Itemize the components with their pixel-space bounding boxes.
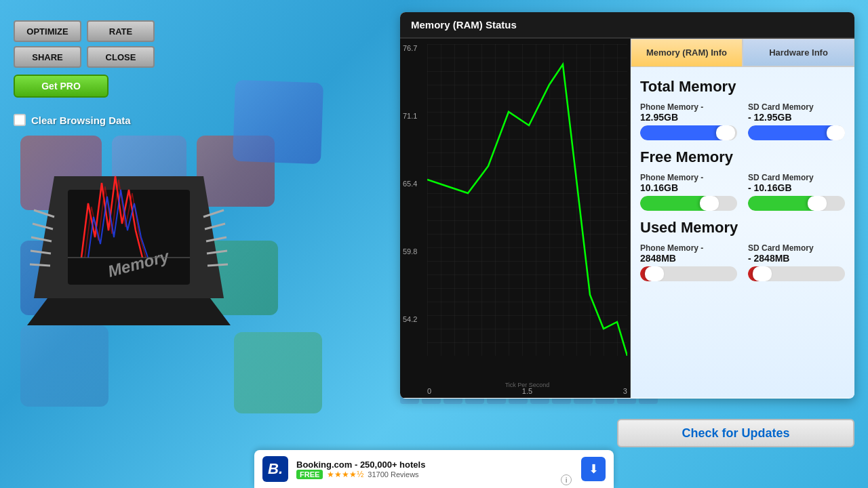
total-phone-label: Phone Memory - bbox=[640, 102, 737, 112]
optimize-button[interactable]: OPTIMIZE bbox=[14, 20, 81, 42]
chip-illustration-area: Memory bbox=[14, 122, 264, 366]
used-memory-title: Used Memory bbox=[640, 219, 845, 237]
free-sdcard-bar bbox=[748, 196, 845, 211]
ad-info-icon[interactable]: i bbox=[561, 474, 572, 485]
used-sdcard-bar-knob bbox=[753, 266, 772, 281]
info-tabs: Memory (RAM) Info Hardware Info bbox=[631, 39, 854, 67]
tick-label: Tick Per Second bbox=[427, 382, 627, 388]
y-label-1: 76.7 bbox=[403, 44, 417, 52]
svg-marker-0 bbox=[27, 298, 231, 325]
used-memory-row: Phone Memory - 2848MB SD Card Memory - 2… bbox=[640, 243, 845, 281]
check-updates-button[interactable]: Check for Updates bbox=[617, 419, 854, 447]
used-sdcard-label: SD Card Memory bbox=[748, 243, 845, 253]
free-phone-value: 10.16GB bbox=[640, 182, 737, 193]
y-label-4: 59.8 bbox=[403, 247, 417, 256]
memory-graph-svg bbox=[427, 44, 627, 356]
free-phone-bar-fill bbox=[640, 196, 716, 211]
ad-banner: B. Booking.com - 250,000+ hotels FREE ★★… bbox=[254, 450, 614, 488]
total-phone-value: 12.95GB bbox=[640, 112, 737, 123]
used-phone-label: Phone Memory - bbox=[640, 243, 737, 253]
ad-logo-letter: B. bbox=[268, 460, 283, 478]
tab-hardware-info[interactable]: Hardware Info bbox=[743, 39, 854, 66]
used-sdcard-value: - 2848MB bbox=[748, 253, 845, 264]
total-phone-bar-knob bbox=[716, 125, 735, 140]
svg-line-8 bbox=[30, 264, 50, 266]
total-phone-bar-fill bbox=[640, 125, 732, 140]
close-button[interactable]: CLOSE bbox=[87, 46, 155, 68]
free-sdcard-label: SD Card Memory bbox=[748, 173, 845, 182]
svg-line-13 bbox=[208, 264, 228, 266]
total-memory-title: Total Memory bbox=[640, 78, 845, 96]
free-sdcard-value: - 10.16GB bbox=[748, 182, 845, 193]
ad-subtitle: FREE ★★★★½ 31700 Reviews bbox=[296, 470, 573, 479]
used-phone-memory: Phone Memory - 2848MB bbox=[640, 243, 737, 281]
ad-logo: B. bbox=[262, 456, 288, 482]
total-sdcard-value: - 12.95GB bbox=[748, 112, 845, 123]
ad-text-block: Booking.com - 250,000+ hotels FREE ★★★★½… bbox=[296, 460, 573, 479]
memory-chip-svg: Memory bbox=[14, 122, 244, 339]
used-sdcard-bar-fill bbox=[748, 266, 769, 281]
y-label-2: 71.1 bbox=[403, 112, 417, 120]
ad-title: Booking.com - 250,000+ hotels bbox=[296, 460, 573, 470]
total-sdcard-bar bbox=[748, 125, 845, 140]
used-phone-bar bbox=[640, 266, 737, 281]
ad-download-icon: ⬇ bbox=[589, 462, 599, 476]
rate-button[interactable]: RATE bbox=[87, 20, 155, 42]
free-memory-title: Free Memory bbox=[640, 148, 845, 166]
free-sdcard-bar-knob bbox=[808, 196, 827, 211]
main-panel: Memory (RAM) Status 76.7 71.1 65.4 59.8 … bbox=[400, 12, 854, 399]
svg-rect-16 bbox=[427, 44, 627, 356]
share-button[interactable]: SHARE bbox=[14, 46, 81, 68]
total-sdcard-memory: SD Card Memory - 12.95GB bbox=[748, 102, 845, 140]
free-memory-row: Phone Memory - 10.16GB SD Card Memory - … bbox=[640, 173, 845, 211]
total-sdcard-label: SD Card Memory bbox=[748, 102, 845, 112]
check-updates-label: Check for Updates bbox=[682, 426, 789, 441]
free-sdcard-memory: SD Card Memory - 10.16GB bbox=[748, 173, 845, 211]
total-sdcard-bar-knob bbox=[827, 125, 845, 140]
free-phone-bar bbox=[640, 196, 737, 211]
free-sdcard-bar-fill bbox=[748, 196, 824, 211]
total-phone-memory: Phone Memory - 12.95GB bbox=[640, 102, 737, 140]
ad-download-button[interactable]: ⬇ bbox=[581, 457, 606, 481]
ad-free-badge: FREE bbox=[296, 470, 323, 479]
y-label-3: 65.4 bbox=[403, 180, 417, 188]
tab-memory-ram-info[interactable]: Memory (RAM) Info bbox=[631, 39, 743, 66]
free-phone-label: Phone Memory - bbox=[640, 173, 737, 182]
ad-reviews: 31700 Reviews bbox=[368, 470, 418, 479]
graph-area: 76.7 71.1 65.4 59.8 54.2 0 bbox=[400, 39, 631, 398]
used-sdcard-memory: SD Card Memory - 2848MB bbox=[748, 243, 845, 281]
total-sdcard-bar-fill bbox=[748, 125, 843, 140]
free-phone-memory: Phone Memory - 10.16GB bbox=[640, 173, 737, 211]
info-panel: Memory (RAM) Info Hardware Info Total Me… bbox=[631, 39, 854, 398]
top-buttons-group: OPTIMIZE RATE SHARE CLOSE Get PRO bbox=[14, 20, 155, 98]
panel-title: Memory (RAM) Status bbox=[411, 19, 517, 30]
used-phone-bar-knob bbox=[645, 266, 664, 281]
used-sdcard-bar bbox=[748, 266, 845, 281]
info-content: Total Memory Phone Memory - 12.95GB SD C… bbox=[631, 67, 854, 296]
free-phone-bar-knob bbox=[700, 196, 719, 211]
total-memory-row: Phone Memory - 12.95GB SD Card Memory - … bbox=[640, 102, 845, 140]
ad-stars: ★★★★½ bbox=[327, 470, 363, 479]
y-label-5: 54.2 bbox=[403, 315, 417, 323]
get-pro-button[interactable]: Get PRO bbox=[14, 75, 108, 98]
used-phone-bar-fill bbox=[640, 266, 661, 281]
used-phone-value: 2848MB bbox=[640, 253, 737, 264]
total-phone-bar bbox=[640, 125, 737, 140]
panel-header: Memory (RAM) Status bbox=[400, 12, 854, 39]
